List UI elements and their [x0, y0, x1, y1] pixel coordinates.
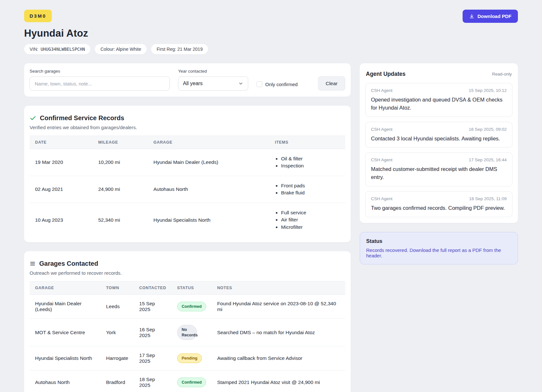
record-items: Full service Air filter Microfilter	[269, 203, 345, 237]
status-message: Records recovered. Download the full rep…	[366, 247, 511, 258]
garage-note: Searched DMS – no match for Hyundai Atoz	[212, 319, 345, 346]
table-row: 02 Aug 2021 24,900 mi Autohaus North Fro…	[30, 176, 345, 203]
search-input[interactable]	[30, 76, 170, 91]
colour-chip: Colour: Alpine White	[95, 44, 147, 54]
readonly-badge: Read-only	[492, 72, 512, 76]
record-date: 10 Aug 2023	[30, 203, 93, 237]
garage-contacted: 17 Sep 2025	[134, 346, 172, 370]
status-badge: Pending	[177, 353, 202, 363]
download-pdf-button[interactable]: Download PDF	[463, 10, 518, 23]
status-badge: Confirmed	[177, 378, 206, 387]
agent-updates-title: Agent Updates	[366, 71, 405, 77]
confirmed-records-title: Confirmed Service Records	[40, 114, 124, 122]
status-title: Status	[366, 238, 511, 244]
vehicle-chips: VIN: UHUG34NLWBELSPCHN Colour: Alpine Wh…	[24, 44, 518, 54]
col-header-contacted: CONTACTED	[134, 281, 172, 295]
garages-contacted-table: GARAGE TOWN CONTACTED STATUS NOTES Hyund…	[30, 281, 345, 392]
record-item: Front pads	[281, 182, 340, 189]
agent-timestamp: 16 Sep 2025, 09:02	[469, 127, 507, 132]
agent-name: CSH Agent	[371, 196, 393, 201]
year-field-group: Year contacted All years	[178, 69, 248, 91]
agent-update-card: CSH Agent 18 Sep 2025, 11:09 Two garages…	[365, 191, 512, 217]
page-title: Hyundai Atoz	[24, 28, 518, 39]
garage-contacted: 15 Sep 2025	[134, 295, 172, 319]
download-icon	[469, 13, 474, 19]
agent-timestamp: 15 Sep 2025, 10:12	[469, 88, 507, 93]
first-reg-chip: First Reg: 21 Mar 2019	[151, 44, 208, 54]
record-item: Inspection	[281, 162, 340, 169]
garage-town: Harrogate	[101, 346, 134, 370]
garage-name: MOT & Service Centre	[30, 319, 101, 346]
confirmed-records-subtitle: Verified entries we obtained from garage…	[30, 125, 345, 130]
garages-contacted-subtitle: Outreach we performed to recover records…	[30, 270, 345, 276]
vin-chip: VIN: UHUG34NLWBELSPCHN	[24, 44, 90, 54]
table-row: Hyundai Specialists North Harrogate 17 S…	[30, 346, 345, 370]
agent-update-card: CSH Agent 17 Sep 2025, 16:44 Matched cus…	[365, 152, 512, 186]
filters-panel: Search garages Year contacted All years …	[24, 63, 351, 97]
only-confirmed-checkbox[interactable]	[257, 81, 262, 87]
agent-message: Opened investigation and queued DVSA & O…	[371, 96, 507, 112]
table-row: Hyundai Main Dealer (Leeds) Leeds 15 Sep…	[30, 295, 345, 319]
check-icon	[30, 115, 36, 121]
vin-label: VIN:	[30, 47, 38, 52]
main-column: Search garages Year contacted All years …	[24, 63, 351, 392]
garage-contacted: 18 Sep 2025	[134, 370, 172, 392]
agent-name: CSH Agent	[371, 157, 393, 162]
garage-name: Autohaus North	[30, 370, 101, 392]
garage-note: Found Hyundai Atoz service on 2023-08-10…	[212, 295, 345, 319]
vin-value: UHUG34NLWBELSPCHN	[41, 47, 85, 52]
menu-lines-icon	[30, 261, 36, 267]
record-item: Full service	[281, 209, 340, 216]
status-badge: Confirmed	[177, 302, 206, 311]
garages-contacted-title: Garages Contacted	[39, 260, 98, 267]
chevron-down-icon	[238, 81, 243, 86]
record-item: Air filter	[281, 216, 340, 223]
status-panel: Status Records recovered. Download the f…	[360, 232, 518, 264]
garage-note: Stamped 2021 Hyundai Atoz visit @ 24,900…	[212, 370, 345, 392]
record-items: Front pads Brake fluid	[269, 176, 345, 203]
garage-contacted: 16 Sep 2025	[134, 319, 172, 346]
record-mileage: 52,340 mi	[93, 203, 148, 237]
clear-filters-button[interactable]: Clear	[318, 76, 345, 91]
agent-message: Two garages confirmed records. Compiling…	[371, 204, 507, 212]
table-row: MOT & Service Centre York 16 Sep 2025 No…	[30, 319, 345, 346]
agent-update-card: CSH Agent 15 Sep 2025, 10:12 Opened inve…	[365, 83, 512, 117]
record-date: 19 Mar 2020	[30, 149, 93, 176]
garage-name: Hyundai Main Dealer (Leeds)	[30, 295, 101, 319]
record-item: Brake fluid	[281, 189, 340, 196]
garages-contacted-panel: Garages Contacted Outreach we performed …	[24, 251, 351, 392]
garage-town: York	[101, 319, 134, 346]
record-garage: Hyundai Main Dealer (Leeds)	[148, 149, 269, 176]
confirmed-records-table: DATE MILEAGE GARAGE ITEMS 19 Mar 2020 10…	[30, 136, 345, 237]
col-header-status: STATUS	[172, 281, 212, 295]
table-row: 19 Mar 2020 10,200 mi Hyundai Main Deale…	[30, 149, 345, 176]
record-date: 02 Aug 2021	[30, 176, 93, 203]
agent-name: CSH Agent	[371, 127, 393, 132]
confirmed-records-panel: Confirmed Service Records Verified entri…	[24, 106, 351, 242]
garage-note: Awaiting callback from Service Advisor	[212, 346, 345, 370]
agent-name: CSH Agent	[371, 88, 393, 93]
garage-town: Bradford	[101, 370, 134, 392]
garage-name: Hyundai Specialists North	[30, 346, 101, 370]
agent-message: Contacted 3 local Hyundai specialists. A…	[371, 135, 507, 143]
col-header-garage: GARAGE	[30, 281, 101, 295]
download-button-label: Download PDF	[477, 13, 511, 19]
status-badge: No Records	[177, 325, 197, 340]
demo-badge: D3M0	[24, 10, 52, 22]
search-field-group: Search garages	[30, 69, 170, 91]
year-select[interactable]: All years	[178, 76, 248, 91]
agent-message: Matched customer-submitted receipt with …	[371, 165, 507, 181]
only-confirmed-group: Only confirmed	[257, 81, 298, 87]
agent-updates-panel: Agent Updates Read-only CSH Agent 15 Sep…	[360, 63, 518, 223]
record-item: Microfilter	[281, 224, 340, 231]
garage-town: Leeds	[101, 295, 134, 319]
header: D3M0 Download PDF	[24, 10, 518, 23]
table-row: Autohaus North Bradford 18 Sep 2025 Conf…	[30, 370, 345, 392]
page: D3M0 Download PDF Hyundai Atoz VIN: UHUG…	[0, 0, 542, 392]
search-label: Search garages	[30, 69, 170, 74]
record-items: Oil & filter Inspection	[269, 149, 345, 176]
year-label: Year contacted	[178, 69, 248, 74]
record-mileage: 24,900 mi	[93, 176, 148, 203]
year-select-value: All years	[183, 81, 203, 86]
table-row: 10 Aug 2023 52,340 mi Hyundai Specialist…	[30, 203, 345, 237]
